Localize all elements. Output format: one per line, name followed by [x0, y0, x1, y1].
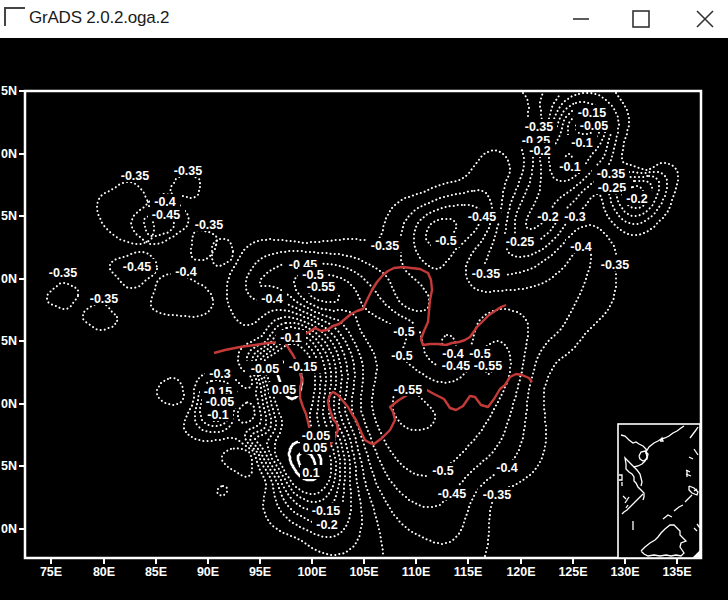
svg-text:-0.15: -0.15 — [578, 106, 607, 120]
svg-text:-0.1: -0.1 — [207, 408, 229, 422]
svg-text:-0.35: -0.35 — [49, 266, 78, 280]
svg-text:-0.05: -0.05 — [251, 362, 280, 376]
svg-text:90E: 90E — [197, 565, 219, 579]
svg-text:-0.35: -0.35 — [174, 164, 203, 178]
svg-text:0N: 0N — [1, 147, 17, 161]
svg-text:-0.2: -0.2 — [529, 144, 551, 158]
svg-text:120E: 120E — [506, 565, 535, 579]
svg-text:-0.1: -0.1 — [280, 331, 302, 345]
svg-text:0N: 0N — [1, 522, 17, 536]
svg-text:-0.1: -0.1 — [559, 160, 581, 174]
svg-text:85E: 85E — [145, 565, 167, 579]
svg-text:125E: 125E — [558, 565, 587, 579]
svg-text:-0.4: -0.4 — [175, 265, 197, 279]
svg-text:-0.35: -0.35 — [525, 120, 554, 134]
svg-text:-0.45: -0.45 — [438, 487, 467, 501]
svg-text:100E: 100E — [297, 565, 326, 579]
svg-text:-0.55: -0.55 — [394, 383, 423, 397]
svg-text:-0.35: -0.35 — [121, 169, 150, 183]
svg-text:-0.3: -0.3 — [209, 367, 231, 381]
svg-text:-0.45: -0.45 — [152, 208, 181, 222]
svg-text:-0.15: -0.15 — [312, 504, 341, 518]
svg-text:-0.2: -0.2 — [537, 210, 559, 224]
svg-text:5N: 5N — [1, 334, 17, 348]
svg-text:0.05: 0.05 — [272, 383, 296, 397]
svg-text:-0.35: -0.35 — [601, 258, 630, 272]
svg-text:80E: 80E — [93, 565, 115, 579]
svg-text:-0.35: -0.35 — [597, 167, 626, 181]
svg-text:-0.55: -0.55 — [474, 359, 503, 373]
svg-text:0N: 0N — [1, 272, 17, 286]
svg-text:5N: 5N — [1, 209, 17, 223]
svg-text:0.1: 0.1 — [302, 466, 319, 480]
svg-text:-0.45: -0.45 — [442, 359, 471, 373]
svg-text:105E: 105E — [349, 565, 378, 579]
svg-text:5N: 5N — [1, 459, 17, 473]
svg-text:135E: 135E — [662, 565, 691, 579]
svg-text:-0.5: -0.5 — [391, 349, 413, 363]
svg-text:-0.35: -0.35 — [195, 218, 224, 232]
svg-text:5N: 5N — [1, 84, 17, 98]
svg-text:0.05: 0.05 — [303, 441, 327, 455]
svg-text:-0.25: -0.25 — [506, 235, 535, 249]
svg-text:-0.35: -0.35 — [371, 239, 400, 253]
svg-text:-0.4: -0.4 — [154, 195, 176, 209]
svg-text:-0.35: -0.35 — [472, 267, 501, 281]
svg-text:110E: 110E — [402, 565, 431, 579]
svg-text:75E: 75E — [40, 565, 62, 579]
svg-text:-0.1: -0.1 — [571, 136, 593, 150]
svg-text:95E: 95E — [249, 565, 271, 579]
svg-text:-0.45: -0.45 — [123, 260, 152, 274]
svg-text:-0.4: -0.4 — [496, 461, 518, 475]
svg-text:-0.45: -0.45 — [468, 210, 497, 224]
svg-text:-0.5: -0.5 — [393, 325, 415, 339]
svg-text:-0.5: -0.5 — [435, 234, 457, 248]
svg-text:0N: 0N — [1, 397, 17, 411]
svg-text:-0.05: -0.05 — [206, 395, 235, 409]
svg-text:-0.2: -0.2 — [626, 192, 648, 206]
svg-text:-0.4: -0.4 — [261, 292, 283, 306]
svg-text:-0.35: -0.35 — [483, 488, 512, 502]
svg-text:-0.3: -0.3 — [564, 210, 586, 224]
svg-text:-0.2: -0.2 — [316, 518, 338, 532]
svg-text:-0.55: -0.55 — [307, 280, 336, 294]
svg-text:-0.4: -0.4 — [570, 240, 592, 254]
svg-text:-0.15: -0.15 — [289, 360, 318, 374]
svg-text:130E: 130E — [610, 565, 639, 579]
svg-text:-0.05: -0.05 — [580, 119, 609, 133]
svg-text:115E: 115E — [454, 565, 483, 579]
svg-text:-0.5: -0.5 — [432, 464, 454, 478]
svg-text:-0.35: -0.35 — [90, 292, 119, 306]
